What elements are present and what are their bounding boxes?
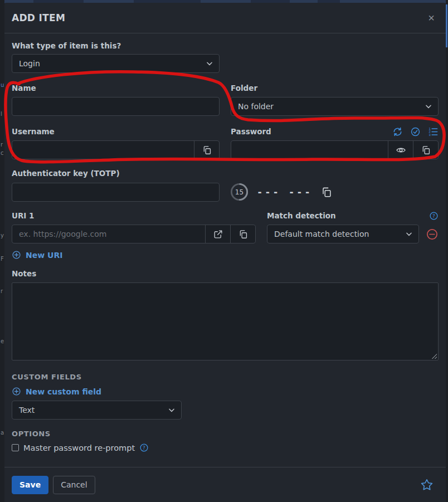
question-circle-icon: ? bbox=[429, 211, 439, 221]
add-item-dialog: ADD ITEM × What type of item is this? Lo… bbox=[4, 3, 446, 502]
new-custom-field-button[interactable]: New custom field bbox=[12, 387, 101, 396]
totp-label: Authenticator key (TOTP) bbox=[12, 169, 120, 178]
generate-password-button[interactable] bbox=[392, 126, 403, 137]
password-generator-options-button[interactable]: 123 bbox=[428, 126, 439, 137]
name-folder-row: Name Folder No folder bbox=[12, 83, 439, 116]
chevron-down-icon bbox=[405, 230, 413, 238]
generate-refresh-icon bbox=[392, 126, 403, 137]
chevron-down-icon bbox=[168, 406, 176, 414]
eye-icon bbox=[396, 145, 406, 155]
dialog-body: What type of item is this? Login Name Fo… bbox=[4, 33, 446, 467]
copy-username-button[interactable] bbox=[194, 141, 219, 159]
uri-input[interactable] bbox=[12, 225, 205, 243]
question-circle-icon: ? bbox=[139, 443, 149, 452]
background-text-fragment: c bbox=[1, 150, 4, 156]
check-password-button[interactable] bbox=[410, 126, 421, 137]
svg-text:3: 3 bbox=[429, 133, 431, 137]
options-header: OPTIONS bbox=[12, 430, 439, 438]
dialog-header: ADD ITEM × bbox=[4, 3, 446, 33]
match-detection-select[interactable]: Default match detection bbox=[267, 225, 419, 243]
name-label: Name bbox=[12, 84, 36, 92]
totp-input[interactable] bbox=[12, 183, 219, 201]
password-actions: 123 bbox=[392, 126, 439, 137]
folder-select[interactable]: No folder bbox=[231, 97, 439, 116]
background-text-fragment: y bbox=[1, 233, 4, 238]
uri-label: URI 1 bbox=[12, 211, 34, 220]
totp-code-widget: 15 --- --- bbox=[230, 182, 333, 202]
svg-text:?: ? bbox=[432, 213, 435, 218]
background-page-right-strip bbox=[446, 0, 448, 502]
favorite-button[interactable] bbox=[420, 478, 434, 491]
plus-circle-icon bbox=[12, 250, 21, 260]
copy-uri-button[interactable] bbox=[230, 225, 255, 243]
copy-icon bbox=[320, 186, 333, 198]
name-field-group: Name bbox=[12, 83, 220, 116]
item-type-section: What type of item is this? Login bbox=[12, 41, 439, 73]
scrollbar-thumb[interactable] bbox=[446, 4, 447, 47]
custom-field-type-value: Text bbox=[19, 406, 35, 415]
username-input[interactable] bbox=[12, 141, 194, 159]
totp-seconds-remaining: 15 bbox=[230, 182, 249, 202]
folder-label: Folder bbox=[231, 84, 257, 92]
notes-textarea[interactable] bbox=[12, 282, 439, 360]
folder-field-group: Folder No folder bbox=[231, 83, 439, 116]
dialog-footer: Save Cancel bbox=[4, 467, 446, 502]
background-text-fragment: a bbox=[1, 430, 4, 436]
copy-icon bbox=[238, 229, 249, 240]
close-icon: × bbox=[428, 12, 435, 24]
name-input[interactable] bbox=[12, 98, 219, 115]
copy-icon bbox=[202, 145, 212, 155]
copy-totp-button[interactable] bbox=[320, 186, 333, 198]
item-type-select[interactable]: Login bbox=[12, 54, 220, 73]
copy-password-button[interactable] bbox=[413, 141, 438, 159]
copy-icon bbox=[421, 145, 431, 155]
chevron-down-icon bbox=[206, 60, 213, 67]
item-type-value: Login bbox=[19, 59, 40, 68]
match-detection-value: Default match detection bbox=[274, 230, 369, 238]
close-button[interactable]: × bbox=[426, 11, 437, 25]
cancel-button[interactable]: Cancel bbox=[53, 476, 95, 494]
save-button[interactable]: Save bbox=[12, 476, 48, 494]
notes-section: Notes bbox=[12, 269, 439, 360]
match-detection-label: Match detection bbox=[267, 211, 336, 220]
uri-row: URI 1 Match detection ? bbox=[12, 211, 439, 243]
background-text-fragment: r bbox=[1, 289, 3, 294]
svg-text:?: ? bbox=[143, 445, 145, 451]
launch-uri-button[interactable] bbox=[205, 225, 230, 243]
username-field-group: Username bbox=[12, 126, 220, 159]
totp-section: Authenticator key (TOTP) 15 --- --- bbox=[12, 168, 439, 202]
username-password-row: Username Password bbox=[12, 126, 439, 159]
match-detection-help[interactable]: ? bbox=[429, 211, 439, 221]
remove-uri-button[interactable] bbox=[426, 228, 439, 241]
star-icon bbox=[420, 478, 434, 491]
custom-fields-header: CUSTOM FIELDS bbox=[12, 373, 439, 381]
uri-field-group: URI 1 bbox=[12, 211, 256, 243]
background-text-fragment: e bbox=[1, 339, 4, 344]
dialog-title: ADD ITEM bbox=[12, 12, 65, 23]
custom-fields-section: CUSTOM FIELDS New custom field Text bbox=[12, 373, 439, 420]
background-text-fragment: F bbox=[1, 256, 4, 262]
toggle-password-visibility-button[interactable] bbox=[388, 141, 413, 159]
folder-value: No folder bbox=[238, 102, 274, 111]
reprompt-option-row: Master password re-prompt ? bbox=[12, 443, 439, 452]
minus-circle-icon bbox=[426, 228, 439, 241]
password-field-group: Password 123 bbox=[231, 126, 439, 159]
totp-code-placeholder: --- --- bbox=[257, 187, 313, 198]
password-label: Password bbox=[231, 127, 271, 136]
launch-icon bbox=[213, 229, 223, 240]
background-text-fragment: l bbox=[1, 111, 2, 117]
match-detection-group: Match detection ? Default match detectio… bbox=[267, 211, 439, 243]
custom-field-type-select[interactable]: Text bbox=[12, 401, 182, 420]
background-page-left-strip: u l r c y F r e a bbox=[0, 0, 4, 502]
new-uri-button[interactable]: New URI bbox=[12, 250, 62, 260]
notes-label: Notes bbox=[12, 269, 36, 278]
plus-circle-icon bbox=[12, 387, 21, 396]
master-password-reprompt-checkbox[interactable] bbox=[12, 444, 19, 451]
item-type-label: What type of item is this? bbox=[12, 41, 439, 50]
reprompt-help[interactable]: ? bbox=[139, 443, 149, 452]
check-circle-icon bbox=[410, 126, 421, 137]
username-label: Username bbox=[12, 127, 55, 136]
background-text-fragment: r bbox=[1, 142, 3, 148]
new-custom-field-label: New custom field bbox=[26, 387, 101, 396]
password-input[interactable] bbox=[231, 141, 388, 159]
